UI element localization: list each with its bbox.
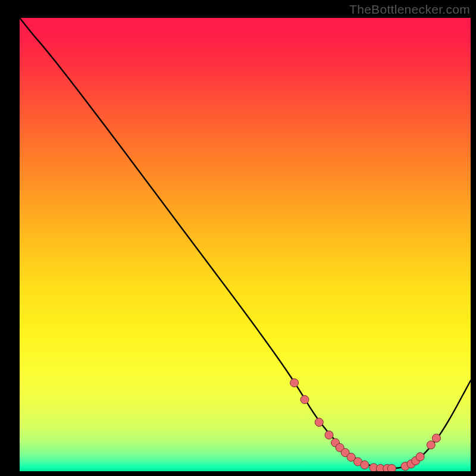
highlight-point: [432, 434, 440, 442]
attribution-link[interactable]: TheBottlenecker.com: [349, 2, 470, 16]
highlight-point: [427, 441, 435, 449]
highlight-point: [325, 431, 333, 439]
highlight-point: [315, 418, 323, 427]
highlight-point: [300, 396, 309, 404]
highlight-point: [290, 378, 299, 387]
plot-area: [20, 18, 471, 471]
highlight-point: [387, 464, 396, 471]
chart-background: [20, 18, 471, 471]
highlight-point: [361, 461, 369, 469]
chart-stage: TheBottlenecker.com: [0, 0, 476, 476]
chart-svg: [20, 18, 471, 471]
highlight-point: [416, 453, 424, 461]
attribution: TheBottlenecker.com: [349, 2, 470, 17]
